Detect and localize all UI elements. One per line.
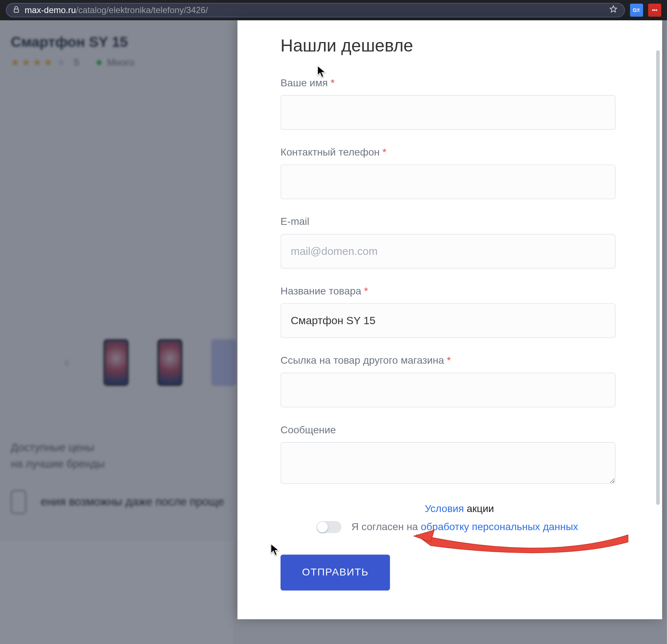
consent-toggle[interactable]	[317, 521, 342, 533]
product-name-label: Название товара *	[281, 285, 638, 297]
product-name-input[interactable]	[281, 303, 616, 338]
svg-marker-1	[610, 6, 617, 12]
terms-action-word: акции	[467, 503, 494, 515]
url-domain: max-demo.ru	[25, 5, 76, 15]
bookmark-star-icon[interactable]	[609, 5, 618, 16]
email-label: E-mail	[281, 216, 638, 228]
url-bar[interactable]: max-demo.ru/catalog/elektronika/telefony…	[6, 3, 625, 17]
terms-row: Условия акции	[281, 503, 638, 515]
privacy-policy-link[interactable]: обработку персональных данных	[421, 521, 578, 532]
email-input[interactable]	[281, 234, 616, 269]
url-text: max-demo.ru/catalog/elektronika/telefony…	[25, 5, 208, 15]
lastpass-extension-icon[interactable]: •••	[648, 4, 661, 17]
name-input[interactable]	[281, 95, 616, 130]
url-path: /catalog/elektronika/telefony/3426/	[76, 5, 208, 15]
browser-chrome: max-demo.ru/catalog/elektronika/telefony…	[0, 0, 667, 20]
competitor-link-input[interactable]	[281, 373, 616, 408]
modal-title: Нашли дешевле	[281, 36, 638, 55]
modal-scrollbar[interactable]	[656, 50, 660, 505]
phone-label: Контактный телефон *	[281, 146, 638, 158]
message-textarea[interactable]	[281, 442, 616, 484]
name-label: Ваше имя *	[281, 77, 638, 89]
lock-icon	[13, 5, 20, 15]
terms-conditions-link[interactable]: Условия	[425, 503, 464, 515]
submit-button[interactable]: ОТПРАВИТЬ	[281, 554, 390, 590]
cheaper-form-modal: Нашли дешевле Ваше имя * Контактный теле…	[237, 20, 662, 619]
consent-text: Я согласен на обработку персональных дан…	[351, 521, 578, 533]
svg-rect-0	[14, 9, 18, 12]
competitor-link-label: Ссылка на товар другого магазина *	[281, 355, 638, 367]
message-label: Сообщение	[281, 424, 638, 436]
phone-input[interactable]	[281, 165, 616, 199]
translate-extension-icon[interactable]: G文	[630, 4, 643, 17]
